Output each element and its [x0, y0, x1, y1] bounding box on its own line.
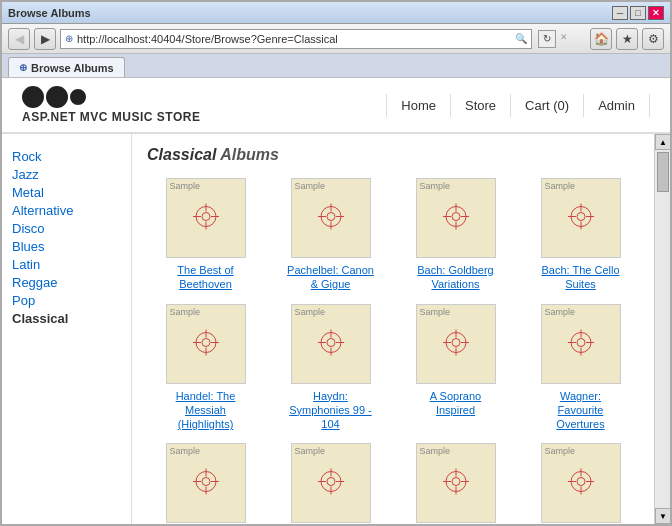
sample-label-9: Sample: [292, 444, 329, 458]
sidebar-item-blues[interactable]: Blues: [12, 239, 121, 254]
back-button[interactable]: ◀: [8, 28, 30, 50]
main-body: Rock Jazz Metal Alternative Disco Blues …: [2, 134, 670, 524]
minimize-button[interactable]: ─: [612, 6, 628, 20]
album-item-6[interactable]: Sample: [397, 304, 514, 432]
svg-point-49: [202, 478, 210, 486]
address-text: http://localhost:40404/Store/Browse?Genr…: [77, 33, 511, 45]
sidebar-item-reggae[interactable]: Reggae: [12, 275, 121, 290]
search-icon[interactable]: 🔍: [515, 33, 527, 44]
scroll-up-button[interactable]: ▲: [655, 134, 670, 150]
sidebar-item-disco[interactable]: Disco: [12, 221, 121, 236]
svg-point-67: [577, 478, 585, 486]
browser-window: Browse Albums ─ □ ✕ ◀ ▶ ⊕ http://localho…: [0, 0, 672, 526]
logo-circle-2: [46, 86, 68, 108]
scrollbar-track[interactable]: [655, 150, 670, 508]
sample-label-1: Sample: [292, 179, 329, 193]
maximize-button[interactable]: □: [630, 6, 646, 20]
title-bar-text: Browse Albums: [8, 7, 91, 19]
scroll-down-button[interactable]: ▼: [655, 508, 670, 524]
sidebar-item-alternative[interactable]: Alternative: [12, 203, 121, 218]
site-nav: Home Store Cart (0) Admin: [386, 94, 650, 117]
svg-point-43: [577, 338, 585, 346]
album-item-8[interactable]: Sample: [147, 443, 264, 524]
home-button[interactable]: 🏠: [590, 28, 612, 50]
album-title-7: Wagner: Favourite Overtures: [536, 389, 626, 432]
album-item-2[interactable]: Sample: [397, 178, 514, 292]
album-thumbnail-10: Sample: [416, 443, 496, 523]
favorites-button[interactable]: ★: [616, 28, 638, 50]
sidebar-item-jazz[interactable]: Jazz: [12, 167, 121, 182]
logo-text: ASP.NET MVC MUSIC STORE: [22, 110, 200, 124]
album-item-1[interactable]: Sample: [272, 178, 389, 292]
logo-circle-3: [70, 89, 86, 105]
title-bar: Browse Albums ─ □ ✕: [2, 2, 670, 24]
album-item-9[interactable]: Sample: [272, 443, 389, 524]
svg-point-7: [327, 213, 335, 221]
sample-label-7: Sample: [542, 305, 579, 319]
crosshair-4: [191, 327, 221, 360]
sidebar-item-metal[interactable]: Metal: [12, 185, 121, 200]
svg-point-1: [202, 213, 210, 221]
crosshair-1: [316, 202, 346, 235]
album-thumbnail-6: Sample: [416, 304, 496, 384]
album-item-0[interactable]: Sample: [147, 178, 264, 292]
reload-button[interactable]: ↻: [538, 30, 556, 48]
crosshair-3: [566, 202, 596, 235]
sample-label-0: Sample: [167, 179, 204, 193]
logo-circle-1: [22, 86, 44, 108]
nav-home[interactable]: Home: [386, 94, 450, 117]
address-bar[interactable]: ⊕ http://localhost:40404/Store/Browse?Ge…: [60, 29, 532, 49]
sidebar-item-rock[interactable]: Rock: [12, 149, 121, 164]
nav-cart[interactable]: Cart (0): [510, 94, 583, 117]
crosshair-0: [191, 202, 221, 235]
sidebar-item-pop[interactable]: Pop: [12, 293, 121, 308]
sample-label-3: Sample: [542, 179, 579, 193]
page-title: Classical Albums: [147, 146, 639, 164]
album-item-7[interactable]: Sample: [522, 304, 639, 432]
tab-bar: ⊕ Browse Albums: [2, 54, 670, 78]
album-item-5[interactable]: Sample: [272, 304, 389, 432]
content-area: ASP.NET MVC MUSIC STORE Home Store Cart …: [2, 78, 670, 524]
svg-point-19: [577, 213, 585, 221]
album-thumbnail-0: Sample: [166, 178, 246, 258]
album-title-1: Pachelbel: Canon & Gigue: [286, 263, 376, 292]
crosshair-2: [441, 202, 471, 235]
svg-point-61: [452, 478, 460, 486]
crosshair-6: [441, 327, 471, 360]
scrollbar-thumb[interactable]: [657, 152, 669, 192]
sample-label-11: Sample: [542, 444, 579, 458]
album-grid: Sample: [147, 178, 639, 524]
svg-point-37: [452, 338, 460, 346]
album-thumbnail-5: Sample: [291, 304, 371, 384]
stop-button[interactable]: ✕: [560, 32, 574, 46]
sidebar-item-latin[interactable]: Latin: [12, 257, 121, 272]
album-title-5: Haydn: Symphonies 99 - 104: [286, 389, 376, 432]
album-thumbnail-8: Sample: [166, 443, 246, 523]
sidebar: Rock Jazz Metal Alternative Disco Blues …: [2, 134, 132, 524]
album-title-6: A Soprano Inspired: [411, 389, 501, 418]
sample-label-8: Sample: [167, 444, 204, 458]
album-thumbnail-4: Sample: [166, 304, 246, 384]
nav-admin[interactable]: Admin: [583, 94, 650, 117]
sample-label-5: Sample: [292, 305, 329, 319]
tab-icon: ⊕: [19, 62, 27, 73]
logo-circles: [22, 86, 86, 108]
crosshair-9: [316, 467, 346, 500]
tools-button[interactable]: ⚙: [642, 28, 664, 50]
album-title-4: Handel: The Messiah (Highlights): [161, 389, 251, 432]
scrollbar[interactable]: ▲ ▼: [654, 134, 670, 524]
nav-store[interactable]: Store: [450, 94, 510, 117]
album-item-3[interactable]: Sample: [522, 178, 639, 292]
title-bar-buttons: ─ □ ✕: [612, 6, 664, 20]
tab-label: Browse Albums: [31, 62, 114, 74]
tab-browse-albums[interactable]: ⊕ Browse Albums: [8, 57, 125, 77]
album-item-10[interactable]: Sample: [397, 443, 514, 524]
album-item-11[interactable]: Sample: [522, 443, 639, 524]
page-icon: ⊕: [65, 33, 73, 44]
album-thumbnail-9: Sample: [291, 443, 371, 523]
sample-label-10: Sample: [417, 444, 454, 458]
forward-button[interactable]: ▶: [34, 28, 56, 50]
album-item-4[interactable]: Sample: [147, 304, 264, 432]
sidebar-item-classical[interactable]: Classical: [12, 311, 121, 326]
close-button[interactable]: ✕: [648, 6, 664, 20]
